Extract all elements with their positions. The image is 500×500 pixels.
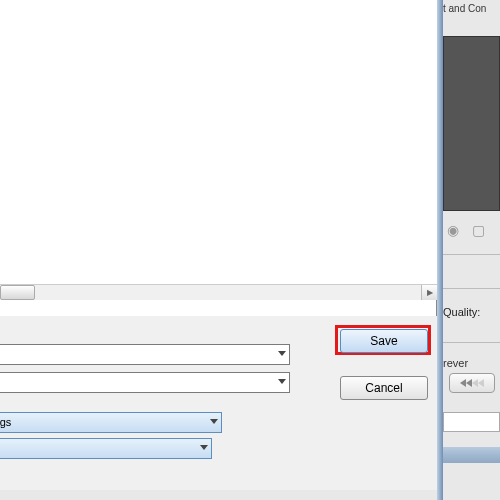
background-window-title: t and Con <box>443 3 486 14</box>
loop-label: rever <box>443 357 468 369</box>
chevron-down-icon <box>278 351 286 356</box>
save-button[interactable]: Save <box>340 329 428 353</box>
chevron-down-icon <box>210 419 218 424</box>
divider <box>443 254 500 255</box>
divider <box>443 342 500 343</box>
quality-label: Quality: <box>443 306 480 318</box>
divider <box>443 288 500 289</box>
chevron-down-icon <box>200 445 208 450</box>
svg-marker-0 <box>466 379 472 387</box>
cancel-button[interactable]: Cancel <box>340 376 428 400</box>
rewind-icon <box>460 378 484 388</box>
background-status-bar <box>443 447 500 463</box>
globe-icon[interactable]: ◉ <box>447 222 465 240</box>
svg-marker-1 <box>460 379 466 387</box>
svg-marker-2 <box>478 379 484 387</box>
background-bottom-panel <box>443 463 500 500</box>
scrollbar-right-arrow[interactable]: ▶ <box>421 285 437 300</box>
settings-value: ttings <box>0 416 11 428</box>
settings-dropdown[interactable]: ttings <box>0 412 222 433</box>
save-button-label: Save <box>370 334 397 348</box>
tool-icon[interactable]: ▢ <box>472 222 490 240</box>
cancel-button-label: Cancel <box>365 381 402 395</box>
preview-pane <box>443 36 500 211</box>
filename-dropdown[interactable] <box>0 344 290 365</box>
svg-marker-3 <box>472 379 478 387</box>
format-dropdown[interactable]: nly <box>0 372 290 393</box>
rewind-button[interactable] <box>449 373 495 393</box>
file-list-horizontal-scrollbar[interactable]: ▶ <box>0 284 437 300</box>
chevron-down-icon <box>278 379 286 384</box>
background-text-input[interactable] <box>443 412 500 432</box>
scrollbar-thumb[interactable] <box>0 285 35 300</box>
sub-settings-dropdown[interactable] <box>0 438 212 459</box>
